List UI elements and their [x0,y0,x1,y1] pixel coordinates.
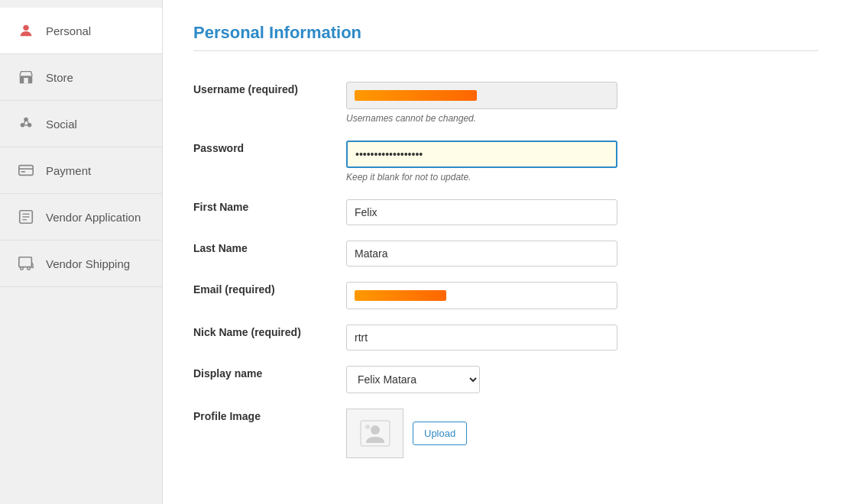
personal-info-form: Username (required) Usernames cannot be … [193,74,818,466]
title-divider [193,50,818,51]
profile-image-box: Upload [346,409,818,458]
nickname-input-cell [346,317,818,358]
password-input[interactable] [346,141,617,168]
firstname-input-cell [346,192,818,233]
email-input-cell [346,274,818,317]
lastname-input[interactable] [346,241,617,267]
email-label: Email (required) [193,274,346,317]
username-input-cell: Usernames cannot be changed. [346,74,818,133]
sidebar-item-store-label: Store [46,71,73,84]
main-content: Personal Information Username (required)… [163,0,849,504]
nickname-label: Nick Name (required) [193,317,346,358]
person-icon [15,20,37,41]
sidebar-item-store[interactable]: Store [0,54,162,101]
svg-point-21 [365,425,370,429]
payment-icon [15,160,37,181]
svg-point-17 [21,267,24,270]
sidebar-item-social[interactable]: Social [0,101,162,147]
profile-image-placeholder [346,409,403,458]
svg-line-7 [28,121,28,124]
email-row: Email (required) [193,274,818,317]
displayname-label: Display name [193,358,346,401]
displayname-input-cell: Felix Matara Felix Matara felixmatara [346,358,818,401]
svg-point-18 [28,267,31,270]
vendor-ship-icon [15,253,37,274]
svg-rect-9 [19,166,33,176]
firstname-input[interactable] [346,199,617,225]
sidebar-item-personal-label: Personal [46,24,91,37]
nickname-input[interactable] [346,325,617,351]
password-label: Password [193,133,346,192]
svg-point-0 [23,25,28,31]
svg-line-6 [24,121,25,124]
page-title: Personal Information [193,23,818,43]
nickname-row: Nick Name (required) [193,317,818,358]
profileimage-row: Profile Image Upload [193,401,818,466]
username-row: Username (required) Usernames cannot be … [193,74,818,133]
sidebar: Personal Store [0,0,163,504]
firstname-label: First Name [193,192,346,233]
sidebar-item-personal[interactable]: Personal [0,8,162,54]
svg-rect-11 [21,171,25,173]
password-hint: Keep it blank for not to update. [346,171,818,184]
sidebar-item-social-label: Social [46,118,77,131]
displayname-select[interactable]: Felix Matara Felix Matara felixmatara [346,366,480,393]
displayname-row: Display name Felix Matara Felix Matara f… [193,358,818,401]
svg-rect-16 [19,257,32,267]
email-input-wrapper[interactable] [346,282,617,309]
sidebar-item-vendor-application[interactable]: Vendor Application [0,194,162,241]
profileimage-label: Profile Image [193,401,346,466]
email-masked-value [355,290,446,301]
username-input-wrapper [346,82,617,109]
lastname-label: Last Name [193,233,346,274]
lastname-input-cell [346,233,818,274]
vendor-app-icon [15,206,37,228]
username-masked-value [355,90,477,101]
footer-bar: Update Suspend [193,496,818,504]
sidebar-item-vendor-application-label: Vendor Application [46,211,141,224]
sidebar-item-payment[interactable]: Payment [0,147,162,194]
username-label: Username (required) [193,74,346,133]
lastname-row: Last Name [193,233,818,274]
sidebar-item-vendor-shipping[interactable]: Vendor Shipping [0,241,162,287]
sidebar-item-payment-label: Payment [46,164,91,177]
firstname-row: First Name [193,192,818,233]
svg-rect-2 [24,78,28,83]
profileimage-input-cell: Upload [346,401,818,466]
social-icon [15,113,37,134]
upload-button[interactable]: Upload [413,422,467,445]
password-row: Password Keep it blank for not to update… [193,133,818,192]
username-hint: Usernames cannot be changed. [346,112,818,125]
password-input-cell: Keep it blank for not to update. [346,133,818,192]
svg-point-20 [371,425,380,435]
store-icon [15,66,37,88]
sidebar-item-vendor-shipping-label: Vendor Shipping [46,257,130,270]
